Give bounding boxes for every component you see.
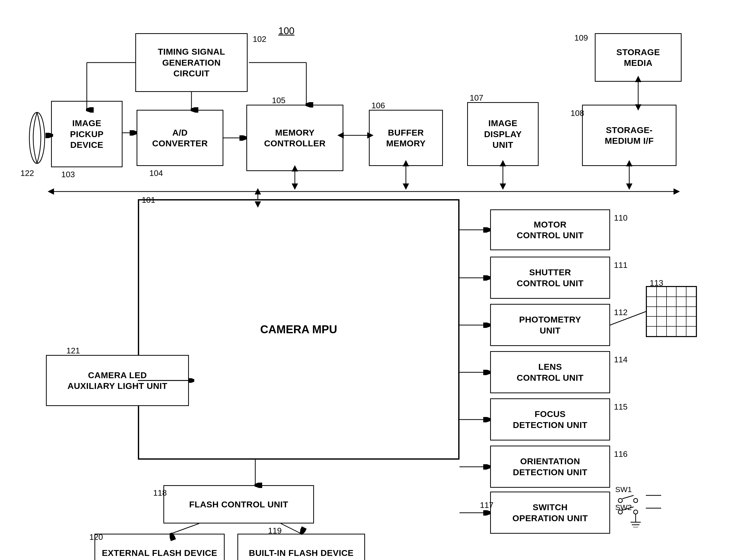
ref-106: 106 [371,101,385,110]
buffer-memory-block: BUFFERMEMORY [369,110,443,166]
ref-120: 120 [89,533,103,542]
ref-119: 119 [268,526,282,536]
ref-122: 122 [20,168,34,178]
shutter-control-block: SHUTTERCONTROL UNIT [490,257,610,299]
orientation-detection-block: ORIENTATIONDETECTION UNIT [490,446,610,488]
ref-121: 121 [66,346,80,356]
storage-media-block: STORAGEMEDIA [595,33,682,82]
storage-medium-if-block: STORAGE-MEDIUM I/F [582,105,676,166]
ref-111: 111 [614,260,627,270]
ref-100: 100 [278,25,294,37]
svg-point-2 [634,498,638,503]
flash-control-block: FLASH CONTROL UNIT [163,485,314,523]
ref-115: 115 [614,402,627,412]
builtin-flash-block: BUILT-IN FLASH DEVICE [238,534,365,560]
timing-signal-block: TIMING SIGNALGENERATIONCIRCUIT [135,33,248,92]
ref-114: 114 [614,355,627,364]
svg-marker-43 [48,189,54,194]
svg-marker-45 [255,189,260,194]
camera-mpu-block: CAMERA MPU [138,199,460,460]
ref-108: 108 [570,108,584,118]
svg-point-0 [29,112,45,163]
svg-marker-36 [627,184,632,189]
svg-point-1 [618,498,622,503]
ref-105: 105 [272,96,285,105]
memory-controller-block: MEMORYCONTROLLER [246,105,343,171]
ref-101: 101 [142,195,155,205]
ref-102: 102 [253,35,266,44]
svg-marker-33 [500,184,505,189]
camera-led-block: CAMERA LEDAUXILIARY LIGHT UNIT [46,355,189,406]
lens-icon [24,110,50,166]
svg-line-3 [622,495,634,499]
svg-line-55 [171,523,199,534]
svg-marker-30 [403,184,408,189]
ref-113: 113 [650,278,663,288]
ref-107: 107 [470,93,483,103]
motor-control-block: MOTORCONTROL UNIT [490,209,610,250]
ref-110: 110 [614,213,627,223]
focus-detection-block: FOCUSDETECTION UNIT [490,398,610,440]
svg-marker-42 [674,189,679,194]
sw1-label: SW1 [615,485,632,494]
ref-104: 104 [149,168,163,178]
ref-112: 112 [614,308,627,317]
ref-118: 118 [153,488,167,498]
sw2-label: SW2 [615,503,632,512]
switch-operation-block: SWITCHOPERATION UNIT [490,492,610,534]
diagram: 100 122 IMAGEPICKUPDEVICE 103 TIMING SIG… [0,0,750,560]
ref-116: 116 [614,449,627,459]
grid-113-block [646,286,697,337]
ref-103: 103 [61,170,75,179]
ref-117: 117 [480,500,493,510]
external-flash-block: EXTERNAL FLASH DEVICE [95,534,225,560]
lens-control-block: LENSCONTROL UNIT [490,351,610,393]
image-pickup-device-block: IMAGEPICKUPDEVICE [51,101,123,167]
image-display-block: IMAGEDISPLAYUNIT [467,102,539,166]
svg-point-5 [634,510,638,514]
ad-converter-block: A/DCONVERTER [137,110,223,166]
photometry-block: PHOTOMETRYUNIT [490,304,610,346]
ref-109: 109 [574,33,588,43]
svg-line-56 [281,523,301,534]
svg-marker-27 [292,184,298,189]
